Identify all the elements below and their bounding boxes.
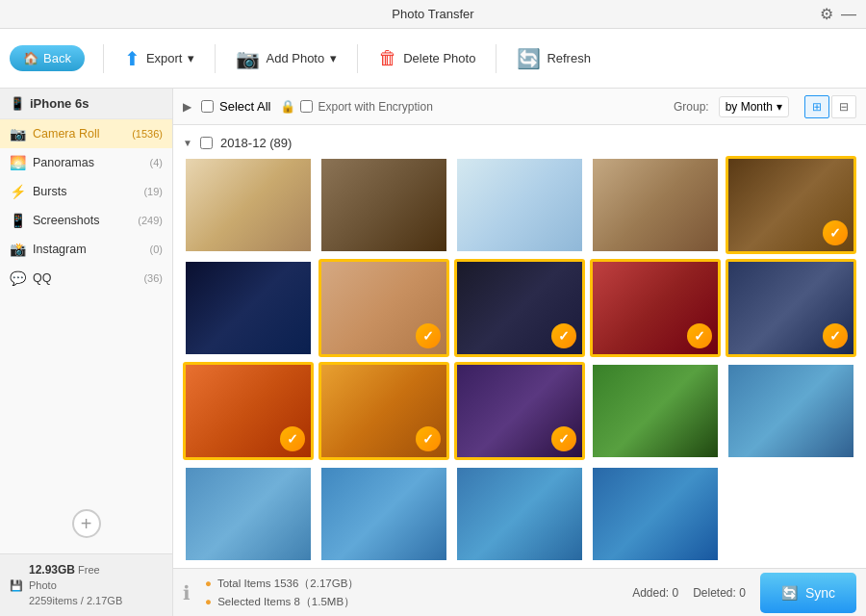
sidebar: 📱 iPhone 6s 📷 Camera Roll (1536) 🌅 Panor…: [0, 89, 173, 616]
add-photo-icon: 📷: [236, 47, 260, 70]
sidebar-footer: 💾 12.93GB Free Photo 2259items / 2.17GB: [0, 553, 172, 616]
photo-item[interactable]: [454, 156, 585, 254]
toolbar-separator-3: [357, 44, 358, 73]
device-name-label: iPhone 6s: [30, 96, 89, 111]
refresh-button[interactable]: 🔄 Refresh: [505, 41, 602, 76]
back-icon: 🏠: [23, 51, 38, 65]
sidebar-item-panoramas[interactable]: 🌅 Panoramas (4): [0, 148, 172, 177]
toolbar-separator-2: [215, 44, 216, 73]
add-album-button[interactable]: +: [72, 509, 101, 538]
group-select-button[interactable]: by Month ▾: [719, 96, 789, 117]
instagram-icon: 📸: [10, 242, 25, 257]
photo-item[interactable]: [318, 465, 449, 563]
expand-icon[interactable]: ▶: [183, 100, 191, 114]
added-label: Added: 0: [632, 586, 678, 600]
toolbar: 🏠 Back ⬆ Export ▾ 📷 Add Photo ▾ 🗑 Delete…: [0, 29, 866, 89]
action-bar: ▶ Select All 🔒 Export with Encryption Gr…: [173, 89, 866, 125]
photo-item[interactable]: ✓: [726, 156, 856, 254]
sidebar-item-screenshots[interactable]: 📱 Screenshots (249): [0, 206, 172, 235]
photo-thumbnail: [457, 468, 582, 560]
photo-item[interactable]: ✓: [726, 259, 856, 357]
delete-photo-icon: 🗑: [378, 47, 397, 69]
month-title: 2018-12 (89): [220, 136, 292, 150]
sync-button[interactable]: 🔄 Sync: [760, 573, 856, 613]
encrypt-label: Export with Encryption: [318, 100, 432, 114]
photo-item[interactable]: ✓: [183, 362, 314, 460]
photo-item[interactable]: [318, 156, 449, 254]
panoramas-count: (4): [150, 157, 163, 168]
encrypt-area[interactable]: 🔒 Export with Encryption: [280, 99, 432, 114]
screenshots-label: Screenshots: [33, 214, 130, 227]
export-button[interactable]: ⬆ Export ▾: [113, 41, 207, 76]
photo-item[interactable]: [590, 362, 721, 460]
group-value: by Month: [726, 100, 773, 114]
qq-icon: 💬: [10, 270, 25, 286]
group-dropdown-icon: ▾: [777, 100, 782, 114]
view-large-grid-button[interactable]: ⊞: [804, 95, 829, 118]
photo-item[interactable]: [454, 465, 585, 563]
total-dot: ●: [205, 578, 212, 589]
selection-checkmark: ✓: [280, 426, 305, 451]
camera-roll-count: (1536): [132, 128, 163, 140]
export-icon: ⬆: [124, 47, 140, 70]
view-toggle: ⊞ ⊟: [804, 95, 856, 118]
deleted-label: Deleted: 0: [693, 586, 746, 600]
photo-item[interactable]: [183, 465, 314, 563]
photo-thumbnail: [186, 159, 311, 251]
selected-items-label: Selected Items 8（1.5MB）: [217, 596, 355, 607]
photo-item[interactable]: ✓: [590, 259, 721, 357]
select-all-label: Select All: [219, 99, 270, 114]
add-photo-button[interactable]: 📷 Add Photo ▾: [224, 41, 348, 76]
back-button[interactable]: 🏠 Back: [10, 45, 85, 71]
photo-item[interactable]: [183, 156, 314, 254]
view-small-grid-button[interactable]: ⊟: [831, 95, 856, 118]
photo-item[interactable]: ✓: [454, 362, 585, 460]
sidebar-item-camera-roll[interactable]: 📷 Camera Roll (1536): [0, 119, 172, 148]
storage-icon: 💾: [10, 579, 23, 592]
delete-photo-label: Delete Photo: [403, 51, 475, 65]
storage-free-amount: 12.93GB: [29, 563, 75, 577]
refresh-icon: 🔄: [517, 47, 541, 70]
photo-item[interactable]: ✓: [318, 362, 449, 460]
export-dropdown-icon: ▾: [188, 51, 194, 65]
instagram-count: (0): [150, 244, 163, 255]
select-all-checkbox[interactable]: [201, 100, 214, 113]
photo-item[interactable]: [726, 362, 856, 460]
month-header[interactable]: ▼ 2018-12 (89): [183, 130, 856, 156]
photo-thumbnail: [593, 365, 718, 457]
photo-thumbnail: [593, 159, 718, 251]
photo-item[interactable]: ✓: [318, 259, 449, 357]
sidebar-item-qq[interactable]: 💬 QQ (36): [0, 264, 172, 293]
bottom-right: Added: 0 Deleted: 0 🔄 Sync: [632, 573, 856, 613]
settings-button[interactable]: ⚙: [820, 5, 833, 23]
photo-item[interactable]: [590, 156, 721, 254]
toolbar-separator-4: [496, 44, 497, 73]
refresh-label: Refresh: [547, 51, 591, 65]
export-label: Export: [146, 51, 183, 65]
select-all-area[interactable]: Select All: [201, 99, 270, 114]
photo-thumbnail: [186, 468, 311, 560]
selection-checkmark: ✓: [823, 220, 848, 245]
device-name-header: 📱 iPhone 6s: [0, 89, 172, 119]
sidebar-items: 📷 Camera Roll (1536) 🌅 Panoramas (4) ⚡ B…: [0, 119, 172, 293]
collapse-icon: ▼: [183, 138, 192, 148]
storage-items: 2259items / 2.17GB: [29, 595, 122, 606]
plus-icon: +: [81, 513, 92, 535]
sidebar-item-bursts[interactable]: ⚡ Bursts (19): [0, 177, 172, 206]
storage-info: 12.93GB Free Photo 2259items / 2.17GB: [29, 562, 122, 608]
minimize-button[interactable]: —: [841, 6, 856, 23]
storage-photo-label: Photo: [29, 579, 57, 591]
photo-item[interactable]: ✓: [454, 259, 585, 357]
title-bar: Photo Transfer ⚙ —: [0, 0, 866, 29]
bottom-stats: ● Total Items 1536（2.17GB） ● Selected It…: [205, 575, 359, 610]
delete-photo-button[interactable]: 🗑 Delete Photo: [367, 41, 487, 75]
photo-item[interactable]: [183, 259, 314, 357]
photo-item[interactable]: [590, 465, 721, 563]
photo-grid-container[interactable]: ▼ 2018-12 (89) ✓✓✓✓✓✓✓✓: [173, 125, 866, 568]
selection-checkmark: ✓: [416, 323, 441, 348]
panoramas-label: Panoramas: [33, 156, 142, 169]
sidebar-item-instagram[interactable]: 📸 Instagram (0): [0, 235, 172, 264]
bottom-bar: ℹ ● Total Items 1536（2.17GB） ● Selected …: [173, 568, 866, 616]
month-checkbox[interactable]: [200, 137, 213, 149]
encrypt-checkbox[interactable]: [300, 100, 313, 113]
